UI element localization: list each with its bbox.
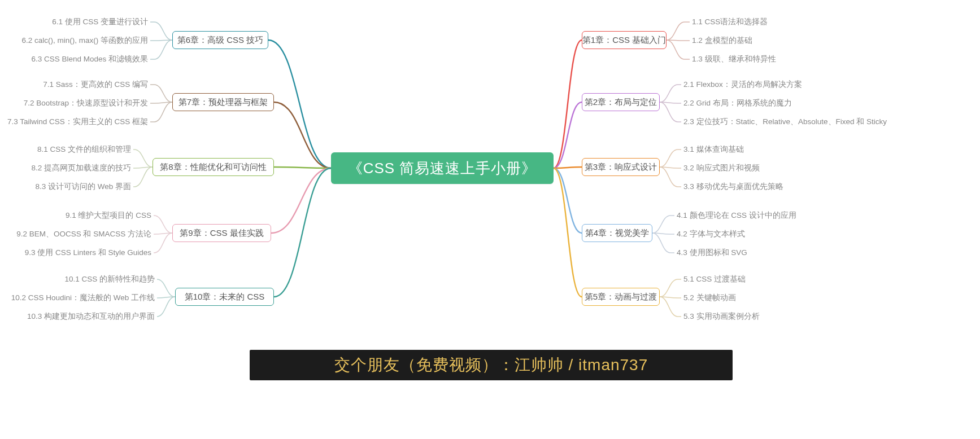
- leaf-l6-3[interactable]: 6.3 CSS Blend Modes 和滤镜效果: [31, 54, 148, 64]
- chapter-node-l8[interactable]: 第8章：性能优化和可访问性: [153, 158, 274, 176]
- leaf-r4-1[interactable]: 4.1 颜色理论在 CSS 设计中的应用: [677, 210, 796, 221]
- leaf-l9-2[interactable]: 9.2 BEM、OOCSS 和 SMACSS 方法论: [16, 229, 151, 239]
- chapter-node-r1[interactable]: 第1章：CSS 基础入门: [582, 31, 667, 49]
- leaf-r3-2[interactable]: 3.2 响应式图片和视频: [683, 163, 760, 173]
- leaf-l8-3[interactable]: 8.3 设计可访问的 Web 界面: [35, 182, 131, 192]
- leaf-r4-2[interactable]: 4.2 字体与文本样式: [677, 229, 745, 239]
- footer-text: 交个朋友（免费视频）：江帅帅 / itman737: [334, 354, 648, 376]
- chapter-label: 第8章：性能优化和可访问性: [160, 162, 266, 173]
- leaf-l6-1[interactable]: 6.1 使用 CSS 变量进行设计: [52, 17, 148, 27]
- chapter-label: 第9章：CSS 最佳实践: [180, 228, 263, 239]
- chapter-node-l7[interactable]: 第7章：预处理器与框架: [172, 93, 274, 111]
- leaf-l7-1[interactable]: 7.1 Sass：更高效的 CSS 编写: [43, 80, 148, 90]
- chapter-label: 第4章：视觉美学: [585, 228, 649, 239]
- leaf-l7-2[interactable]: 7.2 Bootstrap：快速原型设计和开发: [24, 98, 148, 108]
- leaf-r1-3[interactable]: 1.3 级联、继承和特异性: [692, 54, 776, 64]
- leaf-r3-1[interactable]: 3.1 媒体查询基础: [683, 144, 744, 155]
- leaf-l10-1[interactable]: 10.1 CSS 的新特性和趋势: [64, 274, 155, 284]
- chapter-node-r3[interactable]: 第3章：响应式设计: [582, 158, 660, 176]
- leaf-r2-3[interactable]: 2.3 定位技巧：Static、Relative、Absolute、Fixed …: [683, 117, 887, 127]
- leaf-l7-3[interactable]: 7.3 Tailwind CSS：实用主义的 CSS 框架: [7, 117, 148, 127]
- leaf-r3-3[interactable]: 3.3 移动优先与桌面优先策略: [683, 182, 783, 192]
- chapter-label: 第2章：布局与定位: [585, 97, 657, 108]
- leaf-r2-2[interactable]: 2.2 Grid 布局：网格系统的魔力: [683, 98, 792, 108]
- leaf-r4-3[interactable]: 4.3 使用图标和 SVG: [677, 248, 747, 258]
- root-node[interactable]: 《CSS 简易速速上手小册》: [331, 152, 554, 184]
- root-title: 《CSS 简易速速上手小册》: [348, 159, 537, 178]
- leaf-r1-2[interactable]: 1.2 盒模型的基础: [692, 36, 752, 46]
- chapter-label: 第5章：动画与过渡: [585, 292, 657, 302]
- chapter-label: 第7章：预处理器与框架: [178, 97, 268, 108]
- chapter-node-l10[interactable]: 第10章：未来的 CSS: [175, 288, 274, 306]
- chapter-node-r5[interactable]: 第5章：动画与过渡: [582, 288, 660, 306]
- leaf-r1-1[interactable]: 1.1 CSS语法和选择器: [692, 17, 768, 27]
- leaf-r2-1[interactable]: 2.1 Flexbox：灵活的布局解决方案: [683, 80, 802, 90]
- leaf-l9-3[interactable]: 9.3 使用 CSS Linters 和 Style Guides: [25, 248, 151, 258]
- leaf-r5-3[interactable]: 5.3 实用动画案例分析: [683, 311, 760, 322]
- mindmap-canvas: 《CSS 简易速速上手小册》 第1章：CSS 基础入门1.1 CSS语法和选择器…: [0, 0, 980, 439]
- chapter-label: 第10章：未来的 CSS: [185, 292, 265, 302]
- chapter-node-l9[interactable]: 第9章：CSS 最佳实践: [172, 224, 271, 242]
- leaf-l10-3[interactable]: 10.3 构建更加动态和互动的用户界面: [27, 311, 155, 322]
- chapter-node-r4[interactable]: 第4章：视觉美学: [582, 224, 652, 242]
- chapter-label: 第1章：CSS 基础入门: [582, 35, 666, 46]
- footer-banner: 交个朋友（免费视频）：江帅帅 / itman737: [250, 350, 733, 380]
- leaf-l6-2[interactable]: 6.2 calc(), min(), max() 等函数的应用: [21, 36, 148, 46]
- leaf-l10-2[interactable]: 10.2 CSS Houdini：魔法般的 Web 工作线: [11, 293, 155, 303]
- chapter-node-r2[interactable]: 第2章：布局与定位: [582, 93, 660, 111]
- leaf-r5-1[interactable]: 5.1 CSS 过渡基础: [683, 274, 746, 284]
- leaf-l8-2[interactable]: 8.2 提高网页加载速度的技巧: [31, 163, 131, 173]
- leaf-l8-1[interactable]: 8.1 CSS 文件的组织和管理: [37, 144, 131, 155]
- chapter-node-l6[interactable]: 第6章：高级 CSS 技巧: [172, 31, 268, 49]
- chapter-label: 第6章：高级 CSS 技巧: [177, 35, 264, 46]
- leaf-r5-2[interactable]: 5.2 关键帧动画: [683, 293, 736, 303]
- leaf-l9-1[interactable]: 9.1 维护大型项目的 CSS: [66, 210, 151, 221]
- chapter-label: 第3章：响应式设计: [585, 162, 657, 173]
